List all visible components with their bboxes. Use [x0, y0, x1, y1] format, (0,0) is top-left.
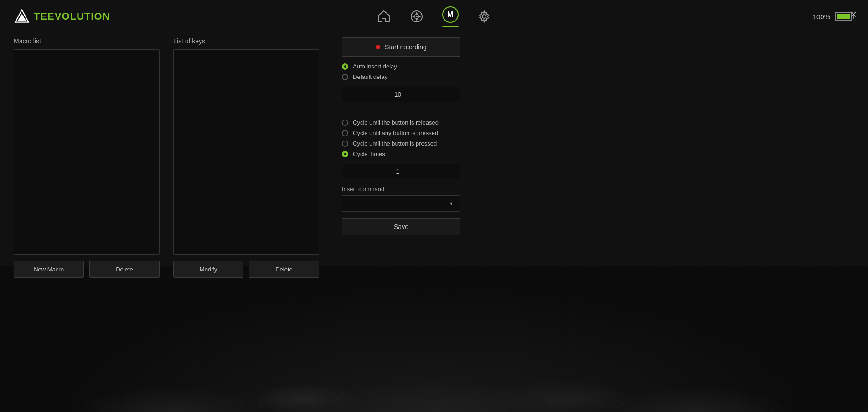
auto-insert-delay-option[interactable]: Auto insert delay — [342, 63, 460, 70]
cycle-until-released-label: Cycle until the button is released — [353, 119, 439, 126]
start-recording-button[interactable]: Start recording — [342, 37, 460, 57]
cycle-times-label: Cycle Times — [353, 151, 385, 157]
svg-marker-4 — [415, 18, 418, 21]
nav-home[interactable] — [377, 9, 391, 24]
controls-panel: Start recording Auto insert delay Defaul… — [342, 37, 460, 398]
cycle-until-any-pressed-radio[interactable] — [342, 130, 348, 136]
delete-keys-button[interactable]: Delete — [249, 261, 319, 278]
logo-text: TEEVOLUTION — [34, 10, 110, 22]
record-button-label: Start recording — [385, 43, 427, 51]
new-macro-button[interactable]: New Macro — [14, 261, 84, 278]
cycle-options-group: Cycle until the button is released Cycle… — [342, 119, 460, 157]
delay-value-input[interactable] — [342, 87, 460, 102]
cycle-until-released-option[interactable]: Cycle until the button is released — [342, 119, 460, 126]
cycle-until-any-pressed-label: Cycle until any button is pressed — [353, 130, 438, 136]
cycle-until-pressed-label: Cycle until the button is pressed — [353, 140, 437, 147]
default-delay-label: Default delay — [353, 73, 388, 80]
battery-body — [835, 12, 852, 21]
home-icon — [377, 9, 391, 24]
header: TEEVOLUTION — [0, 0, 868, 33]
insert-command-section: Insert command ▾ — [342, 186, 460, 212]
battery-area: 100% — [813, 12, 854, 21]
svg-marker-6 — [418, 15, 421, 18]
delete-macro-button[interactable]: Delete — [89, 261, 160, 278]
cycle-times-radio[interactable] — [342, 151, 348, 157]
svg-point-8 — [482, 15, 486, 18]
nav-dpad[interactable] — [409, 9, 424, 24]
record-dot — [376, 45, 380, 49]
battery-fill — [837, 14, 850, 19]
insert-command-label: Insert command — [342, 186, 460, 193]
main-content: Macro list New Macro Delete List of keys… — [0, 33, 868, 412]
cycle-until-released-radio[interactable] — [342, 120, 348, 126]
insert-command-dropdown[interactable]: ▾ — [342, 195, 460, 212]
dropdown-arrow-icon: ▾ — [450, 200, 453, 207]
cycle-until-pressed-radio[interactable] — [342, 141, 348, 147]
macro-list-box[interactable] — [14, 49, 160, 255]
auto-insert-delay-radio[interactable] — [342, 63, 348, 70]
cycle-until-any-pressed-option[interactable]: Cycle until any button is pressed — [342, 130, 460, 136]
cycle-until-pressed-option[interactable]: Cycle until the button is pressed — [342, 140, 460, 147]
macro-list-label: Macro list — [14, 37, 160, 45]
macro-badge: M — [442, 6, 459, 23]
battery-percentage: 100% — [813, 13, 830, 21]
main-nav: M — [377, 6, 491, 27]
keys-list-box[interactable] — [173, 49, 319, 255]
default-delay-option[interactable]: Default delay — [342, 73, 460, 80]
settings-icon — [477, 9, 491, 24]
logo-icon — [14, 8, 30, 25]
nav-settings[interactable] — [477, 9, 491, 24]
keys-list-label: List of keys — [173, 37, 319, 45]
macro-list-panel: Macro list New Macro Delete — [14, 37, 160, 398]
dpad-icon — [409, 9, 424, 24]
cycle-times-input[interactable] — [342, 164, 460, 179]
close-button[interactable]: × — [850, 8, 857, 20]
svg-marker-3 — [415, 12, 418, 15]
save-button[interactable]: Save — [342, 218, 460, 235]
cycle-times-option[interactable]: Cycle Times — [342, 151, 460, 157]
keys-panel-buttons: Modify Delete — [173, 261, 319, 278]
delay-options-group: Auto insert delay Default delay — [342, 63, 460, 80]
keys-list-panel: List of keys Modify Delete — [173, 37, 319, 398]
auto-insert-delay-label: Auto insert delay — [353, 63, 397, 70]
section-divider-1 — [342, 110, 460, 111]
svg-marker-5 — [412, 15, 415, 18]
nav-macro[interactable]: M — [442, 6, 459, 27]
macro-panel-buttons: New Macro Delete — [14, 261, 160, 278]
svg-point-7 — [416, 16, 418, 17]
default-delay-radio[interactable] — [342, 74, 348, 80]
modify-button[interactable]: Modify — [173, 261, 243, 278]
logo: TEEVOLUTION — [14, 8, 110, 25]
